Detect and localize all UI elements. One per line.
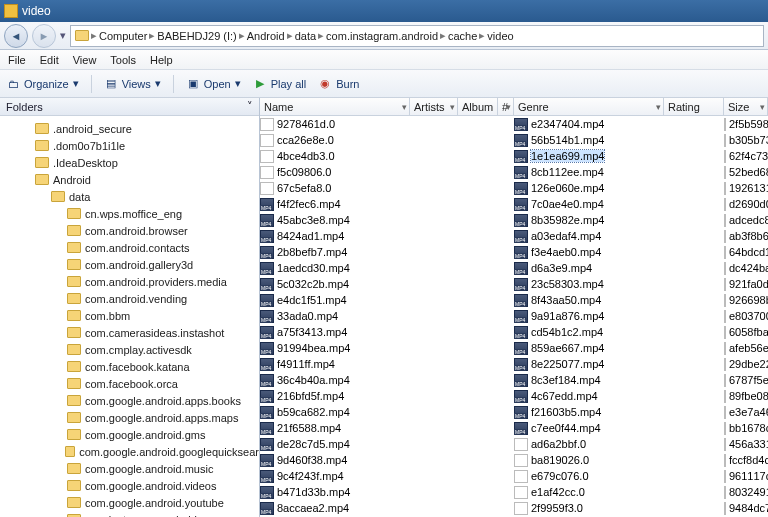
- file-row[interactable]: 9c4f243f.mp4e679c076.0961117c.0: [260, 468, 768, 484]
- tree-node[interactable]: com.android.contacts: [6, 239, 259, 256]
- tree-node[interactable]: com.google.android.videos: [6, 477, 259, 494]
- file-row[interactable]: 2b8befb7.mp4f3e4aeb0.mp464bdcd15.0: [260, 244, 768, 260]
- chevron-down-icon: ˅: [247, 100, 253, 113]
- playall-button[interactable]: ▶Play all: [253, 77, 306, 91]
- breadcrumb-segment[interactable]: ▸ Android: [239, 29, 285, 42]
- tree-node[interactable]: com.google.android.gms: [6, 426, 259, 443]
- col-artists[interactable]: Artists▾: [410, 98, 458, 115]
- sidebar-header[interactable]: Folders ˅: [0, 98, 259, 116]
- breadcrumb-segment[interactable]: ▸ video: [479, 29, 513, 42]
- tree-node[interactable]: com.camerasideas.instashot: [6, 324, 259, 341]
- file-row[interactable]: 9d460f38.mp4ba819026.0fccf8d4c.0: [260, 452, 768, 468]
- tree-node[interactable]: com.facebook.orca: [6, 375, 259, 392]
- tree-node[interactable]: com.google.android.music: [6, 460, 259, 477]
- tree-node[interactable]: com.google.android.youtube: [6, 494, 259, 511]
- file-row[interactable]: a75f3413.mp4cd54b1c2.mp46058fba8.0: [260, 324, 768, 340]
- menu-help[interactable]: Help: [150, 54, 173, 66]
- tree-node[interactable]: com.android.providers.media: [6, 273, 259, 290]
- folders-sidebar: Folders ˅ .android_secure.dom0o7b1i1le.I…: [0, 98, 260, 517]
- col-name[interactable]: Name▾: [260, 98, 410, 115]
- breadcrumb-segment[interactable]: ▸ Computer: [91, 29, 147, 42]
- address-bar[interactable]: ▸ Computer▸ BABEHDJ29 (I:)▸ Android▸ dat…: [70, 25, 764, 47]
- column-headers: Name▾ Artists▾ Album #▾ Genre▾ Rating Si…: [260, 98, 768, 116]
- file-row[interactable]: b471d33b.mp4e1af42cc.080324918.0: [260, 484, 768, 500]
- title-bar: video: [0, 0, 768, 22]
- file-row[interactable]: 36c4b40a.mp48c3ef184.mp46787f5e7.0: [260, 372, 768, 388]
- file-row[interactable]: f4911ff.mp48e225077.mp429dbe223.0: [260, 356, 768, 372]
- tree-node[interactable]: com.android.browser: [6, 222, 259, 239]
- file-list: Name▾ Artists▾ Album #▾ Genre▾ Rating Si…: [260, 98, 768, 517]
- breadcrumb-segment[interactable]: ▸ data: [287, 29, 316, 42]
- tree-node[interactable]: com.bbm: [6, 307, 259, 324]
- menu-bar: File Edit View Tools Help: [0, 50, 768, 70]
- file-row[interactable]: f4f2fec6.mp47c0ae4e0.mp4d2690d0f.0: [260, 196, 768, 212]
- breadcrumb-segment[interactable]: ▸ com.instagram.android: [318, 29, 438, 42]
- tree-node[interactable]: com.instagram.android: [6, 511, 259, 517]
- window-icon: [4, 4, 18, 18]
- file-row[interactable]: cca26e8e.056b514b1.mp4b305b732.0: [260, 132, 768, 148]
- toolbar: 🗀Organize▾ ▤Views▾ ▣Open▾ ▶Play all ◉Bur…: [0, 70, 768, 98]
- tree-node[interactable]: com.android.gallery3d: [6, 256, 259, 273]
- file-row[interactable]: 8accaea2.mp42f9959f3.09484dc7c.0: [260, 500, 768, 516]
- forward-button[interactable]: ►: [32, 24, 56, 48]
- window-title: video: [22, 4, 51, 18]
- open-button[interactable]: ▣Open▾: [186, 77, 241, 91]
- col-size[interactable]: Size▾: [724, 98, 768, 115]
- tree-node[interactable]: data: [6, 188, 259, 205]
- burn-button[interactable]: ◉Burn: [318, 77, 359, 91]
- col-genre[interactable]: Genre▾: [514, 98, 664, 115]
- tree-node[interactable]: com.facebook.katana: [6, 358, 259, 375]
- file-row[interactable]: f5c09806.08cb112ee.mp452bed682.0: [260, 164, 768, 180]
- tree-node[interactable]: .dom0o7b1i1le: [6, 137, 259, 154]
- folder-icon: [75, 30, 89, 41]
- file-row[interactable]: 91994bea.mp4859ae667.mp4afeb56e5.0: [260, 340, 768, 356]
- tree-node[interactable]: com.google.android.apps.books: [6, 392, 259, 409]
- tree-node[interactable]: com.google.android.apps.maps: [6, 409, 259, 426]
- tree-node[interactable]: .IdeaDesktop: [6, 154, 259, 171]
- breadcrumb-segment[interactable]: ▸ BABEHDJ29 (I:): [149, 29, 236, 42]
- file-row[interactable]: 21f6588.mp4c7ee0f44.mp4bb1678c1.0: [260, 420, 768, 436]
- menu-file[interactable]: File: [8, 54, 26, 66]
- tree-node[interactable]: com.android.vending: [6, 290, 259, 307]
- col-rating[interactable]: Rating: [664, 98, 724, 115]
- tree-node[interactable]: .android_secure: [6, 120, 259, 137]
- file-row[interactable]: 8424ad1.mp4a03edaf4.mp4ab3f8b65.0: [260, 228, 768, 244]
- tree-node[interactable]: Android: [6, 171, 259, 188]
- tree-node[interactable]: com.cmplay.activesdk: [6, 341, 259, 358]
- menu-view[interactable]: View: [73, 54, 97, 66]
- file-row[interactable]: 216bfd5f.mp44c67edd.mp489fbe084.0: [260, 388, 768, 404]
- tree-node[interactable]: com.google.android.googlequicksear: [6, 443, 259, 460]
- col-album[interactable]: Album: [458, 98, 498, 115]
- col-num[interactable]: #▾: [498, 98, 514, 115]
- file-row[interactable]: e4dc1f51.mp48f43aa50.mp4926698bc.0: [260, 292, 768, 308]
- menu-edit[interactable]: Edit: [40, 54, 59, 66]
- menu-tools[interactable]: Tools: [110, 54, 136, 66]
- file-row[interactable]: de28c7d5.mp4ad6a2bbf.0456a3314.0: [260, 436, 768, 452]
- file-row[interactable]: 45abc3e8.mp48b35982e.mp4adcedc8a.0: [260, 212, 768, 228]
- file-row[interactable]: 5c032c2b.mp423c58303.mp4921fa0dc.0: [260, 276, 768, 292]
- file-row[interactable]: 9278461d.0e2347404.mp42f5b5983.0: [260, 116, 768, 132]
- tree-node[interactable]: cn.wps.moffice_eng: [6, 205, 259, 222]
- breadcrumb-segment[interactable]: ▸ cache: [440, 29, 477, 42]
- nav-bar: ◄ ► ▾ ▸ Computer▸ BABEHDJ29 (I:)▸ Androi…: [0, 22, 768, 50]
- file-row[interactable]: 67c5efa8.0126e060e.mp419261313.0: [260, 180, 768, 196]
- back-button[interactable]: ◄: [4, 24, 28, 48]
- file-row[interactable]: 4bce4db3.01e1ea699.mp462f4c739.0: [260, 148, 768, 164]
- file-row[interactable]: b59ca682.mp4f21603b5.mp4e3e7a466.0: [260, 404, 768, 420]
- views-button[interactable]: ▤Views▾: [104, 77, 161, 91]
- file-row[interactable]: 33ada0.mp49a91a876.mp4e8037006.0: [260, 308, 768, 324]
- organize-button[interactable]: 🗀Organize▾: [6, 77, 79, 91]
- file-row[interactable]: 1aedcd30.mp4d6a3e9.mp4dc424ba.0: [260, 260, 768, 276]
- history-dropdown-icon[interactable]: ▾: [60, 29, 66, 42]
